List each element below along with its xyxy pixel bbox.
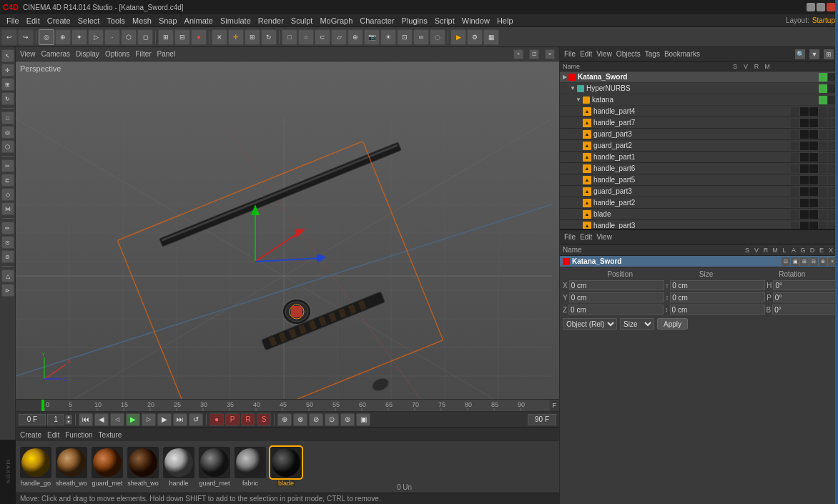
coord-mode-select[interactable]: Object (Rel) World Parent	[563, 318, 617, 330]
select-btn[interactable]: ✕	[212, 29, 227, 45]
joint-mode-btn[interactable]: ✦	[72, 29, 87, 45]
motion-btn-4[interactable]: ⊙	[325, 413, 339, 426]
rec-auto-btn[interactable]: ●	[210, 413, 224, 426]
go-end-btn[interactable]: ⏭	[173, 413, 187, 426]
menu-mesh[interactable]: Mesh	[129, 16, 155, 25]
prev-frame-btn[interactable]: ◁	[110, 413, 124, 426]
menu-simulate[interactable]: Simulate	[217, 16, 255, 25]
menu-create[interactable]: Create	[44, 16, 74, 25]
menu-animate[interactable]: Animate	[181, 16, 217, 25]
move-btn[interactable]: ✛	[228, 29, 244, 45]
tree-item-hp7[interactable]: ▲ handle_part7	[560, 117, 838, 129]
magnet-btn[interactable]: ⊙	[1, 236, 14, 249]
hn-check[interactable]	[819, 84, 827, 93]
rec-pos-btn[interactable]: P	[225, 413, 240, 426]
mat-menu-create[interactable]: Create	[20, 431, 41, 439]
pos-z-input[interactable]	[568, 305, 664, 315]
vp-icon-1[interactable]: +	[513, 49, 523, 59]
tree-item-gp3[interactable]: ▲ guard_part3	[560, 129, 838, 140]
om-objects[interactable]: Objects	[616, 50, 641, 58]
material-swatch-sheath-wo2[interactable]: sheath_wo	[127, 447, 159, 487]
move-tool-btn[interactable]: ✛	[1, 64, 14, 76]
material-swatch-handle-go[interactable]: handle_go	[20, 447, 51, 487]
pos-y-input[interactable]	[569, 292, 664, 302]
material-swatch-blade[interactable]: blade	[270, 447, 302, 487]
menu-render[interactable]: Render	[255, 16, 287, 25]
camera-btn[interactable]: 📷	[364, 29, 380, 45]
minimize-btn[interactable]	[807, 3, 815, 11]
k-check[interactable]	[819, 96, 827, 104]
tree-item-blade[interactable]: ▲ blade	[560, 209, 838, 220]
vp-menu-display[interactable]: Display	[76, 50, 99, 58]
rot-b-input[interactable]	[772, 305, 838, 315]
loop-btn[interactable]: ↺	[189, 413, 203, 426]
snap-btn[interactable]: ⊞	[158, 29, 174, 45]
motion-btn-2[interactable]: ⊗	[293, 413, 307, 426]
render-queue-btn[interactable]: ▦	[483, 29, 499, 45]
menu-mograph[interactable]: MoGraph	[316, 16, 356, 25]
as-icon-2[interactable]: ▣	[791, 257, 799, 266]
attrib-edit[interactable]: Edit	[580, 233, 592, 241]
current-frame-input[interactable]	[19, 414, 46, 425]
vp-menu-panel[interactable]: Panel	[157, 50, 176, 58]
motion-btn-3[interactable]: ⊘	[309, 413, 323, 426]
sky-btn[interactable]: ◌	[430, 29, 445, 45]
close-btn[interactable]	[827, 3, 835, 11]
tree-item-hp1[interactable]: ▲ handle_part1	[560, 152, 838, 163]
size-mode-select[interactable]: Size Scale	[620, 318, 654, 330]
maximize-btn[interactable]	[817, 3, 825, 11]
om-search-icon[interactable]: 🔍	[795, 49, 805, 59]
undo-btn[interactable]: ↩	[1, 29, 17, 45]
om-bookmarks[interactable]: Bookmarks	[664, 50, 700, 58]
tree-item-hp4[interactable]: ▲ handle_part4	[560, 106, 838, 117]
attrib-view[interactable]: View	[596, 233, 612, 241]
menu-character[interactable]: Character	[356, 16, 398, 25]
size-y-input[interactable]	[670, 292, 765, 302]
material-swatch-handle[interactable]: handle	[163, 447, 194, 487]
record-btn[interactable]: ●	[191, 29, 207, 45]
bridge-btn[interactable]: ⋈	[1, 202, 14, 215]
tree-item-katana[interactable]: ▼ katana	[560, 94, 838, 106]
mat-menu-edit[interactable]: Edit	[47, 431, 59, 439]
tweak-btn[interactable]: △	[1, 270, 14, 282]
frame-step-input[interactable]	[47, 414, 64, 425]
menu-sculpt[interactable]: Sculpt	[287, 16, 317, 25]
as-icon-5[interactable]: ⊕	[819, 257, 827, 266]
om-file[interactable]: File	[564, 50, 576, 58]
attrib-selected-row[interactable]: Katana_Sword ⊡ ▣ ⊞ ⊟ ⊕ ×	[560, 256, 838, 267]
tree-item-hp2[interactable]: ▲ handle_part2	[560, 197, 838, 209]
size-x-input[interactable]	[670, 280, 765, 290]
om-view[interactable]: View	[596, 50, 612, 58]
root-check-green[interactable]	[819, 73, 827, 81]
prev-key-btn[interactable]: ◀	[94, 413, 109, 426]
pos-z-arrows[interactable]: ↕	[665, 306, 669, 313]
mat-menu-texture[interactable]: Texture	[99, 431, 122, 439]
om-edit[interactable]: Edit	[580, 50, 592, 58]
poly-mode-btn[interactable]: ◻	[137, 29, 153, 45]
bevel-btn[interactable]: ◇	[1, 188, 14, 201]
play-btn[interactable]: ▶	[126, 413, 140, 426]
model-mode-btn[interactable]: ◎	[39, 29, 54, 45]
render-settings-btn[interactable]: ⚙	[467, 29, 483, 45]
motion-btn-5[interactable]: ⊚	[340, 413, 355, 426]
menu-select[interactable]: Select	[74, 16, 104, 25]
as-icon-1[interactable]: ⊡	[782, 257, 790, 266]
scale-btn[interactable]: ⊞	[245, 29, 260, 45]
apply-btn[interactable]: Apply	[657, 318, 688, 330]
knife-tool-btn[interactable]: ✂	[1, 159, 14, 172]
extrude-btn[interactable]: ⊏	[1, 174, 14, 187]
material-swatch-guard-met2[interactable]: guard_met	[199, 447, 230, 487]
vp-menu-view[interactable]: View	[20, 50, 36, 58]
tree-item-hypernurbs[interactable]: ▼ HyperNURBS	[560, 83, 838, 94]
material-swatch-guard-met[interactable]: guard_met	[92, 447, 123, 487]
cube-btn[interactable]: □	[282, 29, 297, 45]
attrib-file[interactable]: File	[564, 233, 576, 241]
menu-tools[interactable]: Tools	[103, 16, 129, 25]
motion-btn-6[interactable]: ▣	[356, 413, 370, 426]
vp-menu-options[interactable]: Options	[105, 50, 129, 58]
om-tags[interactable]: Tags	[645, 50, 660, 58]
paint-btn[interactable]: ✏	[1, 222, 14, 234]
menu-plugins[interactable]: Plugins	[398, 16, 431, 25]
select-live-btn[interactable]: ◎	[1, 126, 14, 139]
pos-x-input[interactable]	[569, 280, 664, 290]
